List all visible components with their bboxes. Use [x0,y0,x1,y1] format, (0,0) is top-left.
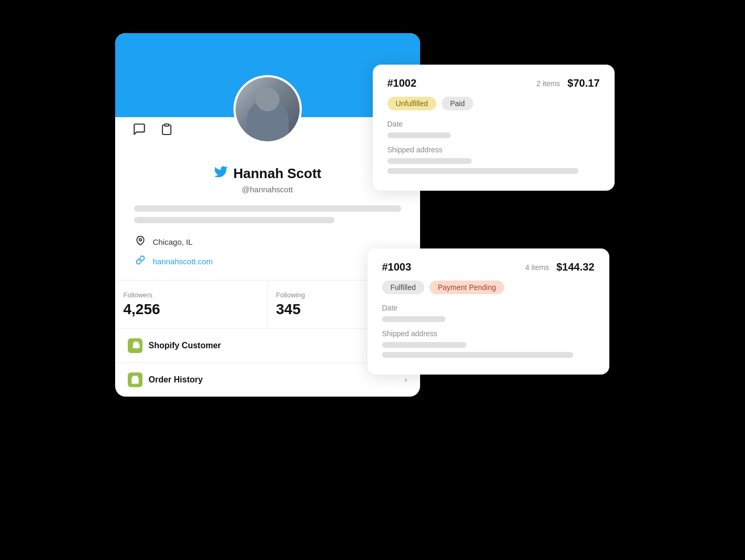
order-2-date-placeholder [382,316,445,322]
order-1-address-line-2 [387,168,579,174]
svg-rect-0 [165,124,169,126]
order-2-meta: 4 items $144.32 [525,261,594,273]
order-history-left: Order History [128,372,203,387]
bio-line-2 [134,217,334,223]
bio-line-1 [134,205,401,212]
order-history-shopify-icon [128,372,142,387]
order-1-address-line-1 [387,158,472,164]
order-1-items: 2 items [536,79,560,88]
order-1-date-placeholder [387,132,451,138]
shopify-section-left: Shopify Customer [128,338,221,353]
order-2-date-label: Date [382,304,595,312]
profile-name: Hannah Scott [233,165,322,182]
shopify-customer-label: Shopify Customer [149,341,221,350]
order-card-2: #1003 4 items $144.32 Fulfilled Payment … [368,248,609,375]
scene: Hannah Scott @hannahscott Chicago, IL [115,33,630,527]
location-icon [134,236,147,248]
profile-name-row: Hannah Scott [130,164,405,183]
badge-payment-pending: Payment Pending [430,281,505,294]
link-icon [134,255,147,267]
order-2-header: #1003 4 items $144.32 [382,261,595,273]
order-1-header: #1002 2 items $70.17 [387,77,600,89]
clipboard-icon[interactable] [157,120,176,139]
order-2-address-line-1 [382,342,466,348]
order-1-id: #1002 [387,77,417,89]
followers-label: Followers [124,291,259,299]
order-2-price: $144.32 [556,261,594,273]
order-2-address-section: Shipped address [382,329,595,358]
order-card-1: #1002 2 items $70.17 Unfulfilled Paid Da… [373,65,615,191]
order-1-address-label: Shipped address [387,146,600,154]
badge-unfulfilled: Unfulfilled [387,97,436,110]
svg-point-1 [139,238,141,241]
order-1-address-section: Shipped address [387,146,600,174]
followers-count: 4,256 [124,301,259,318]
badge-paid: Paid [442,97,473,110]
badge-fulfilled: Fulfilled [382,281,424,294]
location-row: Chicago, IL [134,236,401,248]
twitter-icon [213,164,228,183]
profile-meta: Chicago, IL hannahscott.com [130,227,405,267]
website-row: hannahscott.com [134,255,401,267]
avatar-image [236,77,300,141]
order-1-price: $70.17 [567,77,599,89]
order-2-address-label: Shipped address [382,329,595,338]
profile-bio-placeholder [130,205,405,223]
order-1-date-label: Date [387,120,600,128]
chevron-right-icon: › [404,375,407,385]
shopify-icon [128,338,142,353]
website-link[interactable]: hannahscott.com [153,257,213,266]
followers-block: Followers 4,256 [115,281,268,328]
order-2-id: #1003 [382,261,412,273]
chat-icon[interactable] [130,120,149,139]
profile-handle: @hannahscott [130,185,405,194]
order-2-items: 4 items [525,263,549,272]
order-1-meta: 2 items $70.17 [536,77,599,89]
order-1-badges: Unfulfilled Paid [387,97,600,110]
location-text: Chicago, IL [153,237,193,246]
profile-action-icons [130,120,176,139]
avatar [233,75,302,143]
order-2-address-line-2 [382,352,574,358]
order-2-badges: Fulfilled Payment Pending [382,281,595,294]
order-history-label: Order History [149,375,203,385]
